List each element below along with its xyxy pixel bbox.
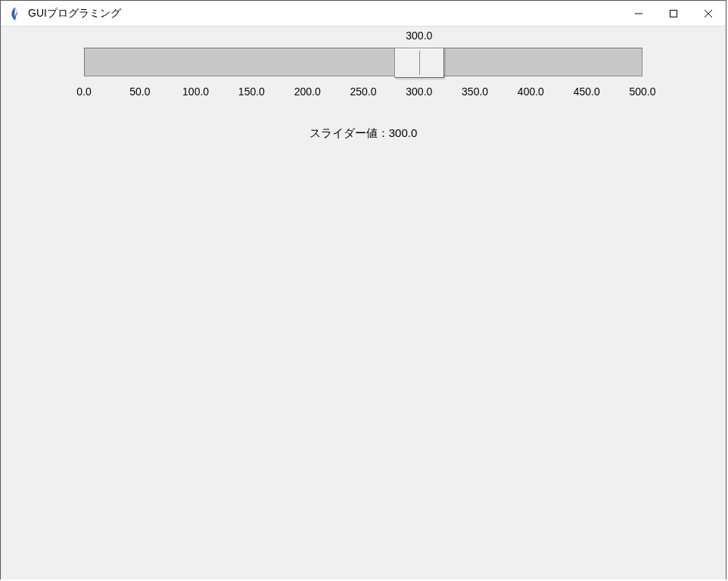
titlebar: GUIプログラミング [1,1,726,26]
slider-value-label-prefix: スライダー値： [310,126,389,139]
slider-tick: 500.0 [629,85,655,98]
client-area: 300.0 0.050.0100.0150.0200.0250.0300.035… [1,26,726,579]
slider-tick: 300.0 [406,85,432,98]
app-icon [8,7,22,20]
window-controls [621,1,726,26]
slider-tick: 100.0 [182,85,209,98]
slider-thumb[interactable] [394,48,444,78]
slider-tick-row: 0.050.0100.0150.0200.0250.0300.0350.0400… [84,84,642,105]
slider-tick: 250.0 [350,85,376,98]
slider-tick: 50.0 [129,85,150,98]
slider-tick: 200.0 [294,85,321,98]
slider-tick: 0.0 [76,85,91,98]
minimize-button[interactable] [621,1,656,26]
maximize-button[interactable] [656,1,691,26]
slider-tick: 350.0 [462,85,488,98]
slider-tick: 400.0 [518,85,544,98]
slider-value-label: スライダー値：300.0 [1,126,726,141]
scale-widget: 300.0 0.050.0100.0150.0200.0250.0300.035… [84,48,642,105]
slider-tick: 150.0 [238,85,265,98]
window-title: GUIプログラミング [28,7,621,20]
slider-value-label-value: 300.0 [389,126,418,139]
close-button[interactable] [691,1,726,26]
app-window: GUIプログラミング 300.0 0.050.0100.0150.0200.02 [0,0,726,579]
slider-tick: 450.0 [574,85,600,98]
slider-trough[interactable] [84,48,642,76]
svg-rect-1 [670,10,677,17]
slider-current-value: 300.0 [406,30,432,42]
